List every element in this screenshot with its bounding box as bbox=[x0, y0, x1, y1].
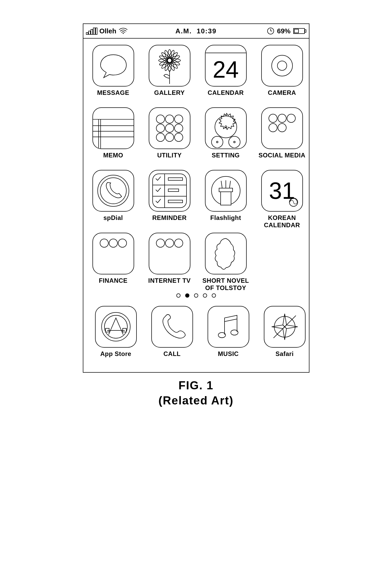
gallery-icon bbox=[149, 45, 190, 87]
page-dot[interactable] bbox=[185, 293, 189, 298]
app-safari[interactable]: Safari bbox=[257, 306, 312, 364]
appstore-icon bbox=[95, 306, 137, 348]
app-tolstoy[interactable]: SHORT NOVEL OF TOLSTOY bbox=[198, 233, 253, 291]
calendar-icon: 24 bbox=[205, 45, 247, 87]
app-call[interactable]: CALL bbox=[145, 306, 200, 364]
time-prefix: A.M. bbox=[176, 27, 192, 35]
app-label: App Store bbox=[100, 350, 131, 364]
app-label: KOREAN CALENDAR bbox=[255, 214, 309, 229]
safari-icon bbox=[264, 306, 306, 348]
social-media-icon bbox=[261, 107, 303, 149]
svg-rect-1 bbox=[89, 31, 90, 34]
reminder-icon bbox=[149, 170, 190, 212]
svg-point-47 bbox=[287, 114, 295, 122]
battery-icon bbox=[293, 28, 306, 34]
svg-point-32 bbox=[175, 115, 183, 123]
svg-line-62 bbox=[221, 181, 222, 188]
svg-point-66 bbox=[100, 239, 108, 247]
message-icon bbox=[92, 45, 134, 87]
time-value: 10:39 bbox=[197, 27, 217, 35]
svg-point-18 bbox=[159, 54, 181, 66]
home-screen: MESSAGE bbox=[83, 39, 309, 372]
svg-marker-81 bbox=[283, 314, 287, 327]
camera-icon bbox=[261, 45, 303, 87]
calendar-day: 24 bbox=[213, 53, 239, 86]
svg-point-23 bbox=[277, 61, 287, 70]
svg-rect-0 bbox=[86, 33, 88, 34]
app-gallery[interactable]: GALLERY bbox=[142, 45, 197, 103]
phone-frame: Olleh A.M. 10:39 69% bbox=[83, 23, 309, 373]
app-calendar[interactable]: 24 CALENDAR bbox=[198, 45, 253, 103]
app-label: SETTING bbox=[212, 152, 240, 166]
svg-point-43 bbox=[229, 136, 240, 148]
svg-point-30 bbox=[156, 115, 165, 123]
call-icon bbox=[151, 306, 193, 348]
app-flashlight[interactable]: Flashlight bbox=[198, 170, 253, 229]
app-message[interactable]: MESSAGE bbox=[86, 45, 141, 103]
app-label: MESSAGE bbox=[97, 89, 129, 103]
svg-rect-58 bbox=[168, 200, 183, 203]
app-label: Flashlight bbox=[210, 214, 241, 228]
battery-percent: 69% bbox=[277, 27, 290, 35]
svg-point-67 bbox=[109, 239, 117, 247]
page-indicator[interactable] bbox=[86, 293, 306, 298]
app-label: SHORT NOVEL OF TOLSTOY bbox=[198, 277, 253, 291]
svg-line-77 bbox=[225, 319, 237, 322]
app-label: MUSIC bbox=[218, 350, 239, 364]
svg-rect-2 bbox=[91, 29, 93, 34]
svg-rect-4 bbox=[96, 28, 97, 34]
app-spdial[interactable]: spDial bbox=[86, 170, 141, 229]
app-label: MEMO bbox=[103, 152, 123, 166]
svg-point-34 bbox=[165, 124, 174, 132]
svg-point-48 bbox=[269, 124, 277, 132]
svg-marker-83 bbox=[272, 325, 285, 329]
page-dot[interactable] bbox=[194, 293, 198, 298]
page-dot[interactable] bbox=[212, 293, 216, 298]
svg-point-19 bbox=[160, 51, 179, 70]
svg-rect-61 bbox=[219, 188, 233, 192]
finance-icon bbox=[92, 233, 134, 274]
svg-point-31 bbox=[165, 115, 174, 123]
app-reminder[interactable]: REMINDER bbox=[142, 170, 197, 229]
app-label: REMINDER bbox=[152, 214, 186, 228]
svg-line-64 bbox=[229, 181, 231, 188]
svg-point-38 bbox=[175, 133, 183, 142]
app-finance[interactable]: FINANCE bbox=[86, 233, 141, 291]
svg-point-42 bbox=[216, 141, 218, 143]
app-utility[interactable]: UTILITY bbox=[142, 107, 197, 166]
app-internet-tv[interactable]: INTERNET TV bbox=[142, 233, 197, 291]
svg-point-45 bbox=[269, 114, 277, 122]
carrier-label: Olleh bbox=[99, 27, 116, 35]
page-dot[interactable] bbox=[176, 293, 181, 298]
app-label: CAMERA bbox=[268, 89, 296, 103]
signal-icon bbox=[86, 27, 97, 35]
spdial-icon bbox=[92, 170, 134, 212]
page-dot[interactable] bbox=[203, 293, 207, 298]
app-memo[interactable]: MEMO bbox=[86, 107, 141, 166]
svg-point-22 bbox=[272, 55, 293, 76]
memo-icon bbox=[92, 107, 134, 149]
flashlight-icon bbox=[205, 170, 247, 212]
svg-point-72 bbox=[102, 312, 130, 341]
svg-point-50 bbox=[98, 175, 129, 206]
dock: App Store CALL bbox=[86, 302, 306, 370]
app-label: UTILITY bbox=[157, 152, 182, 166]
caption-line-2: (Related Art) bbox=[158, 393, 233, 408]
svg-rect-56 bbox=[168, 178, 183, 180]
app-label: Safari bbox=[276, 350, 294, 364]
app-setting[interactable]: SETTING bbox=[198, 107, 253, 166]
internet-tv-icon bbox=[149, 233, 190, 274]
app-label: GALLERY bbox=[154, 89, 185, 103]
svg-point-70 bbox=[165, 239, 174, 247]
app-appstore[interactable]: App Store bbox=[89, 306, 143, 364]
svg-point-79 bbox=[231, 330, 238, 335]
svg-point-35 bbox=[175, 124, 183, 132]
app-music[interactable]: MUSIC bbox=[201, 306, 256, 364]
svg-rect-60 bbox=[221, 191, 231, 205]
svg-rect-57 bbox=[168, 189, 179, 192]
tolstoy-icon bbox=[205, 233, 247, 274]
app-label: SOCIAL MEDIA bbox=[258, 152, 305, 166]
app-social-media[interactable]: SOCIAL MEDIA bbox=[255, 107, 309, 166]
app-camera[interactable]: CAMERA bbox=[255, 45, 309, 103]
app-korean-calendar[interactable]: 31 KOREAN CALENDAR bbox=[255, 170, 309, 229]
